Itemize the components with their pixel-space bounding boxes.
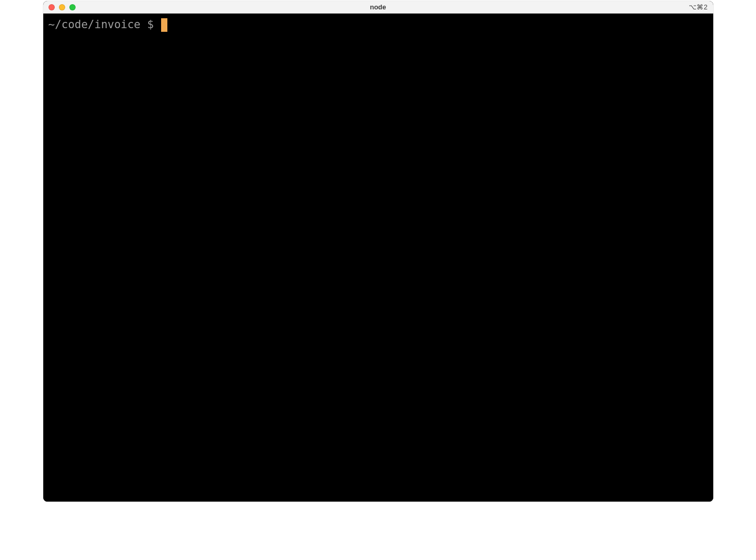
minimize-button[interactable] bbox=[59, 4, 65, 10]
window-title: node bbox=[43, 3, 713, 11]
maximize-button[interactable] bbox=[69, 4, 76, 10]
cursor-block-icon bbox=[161, 18, 167, 32]
window-titlebar[interactable]: node ⌥⌘2 bbox=[43, 1, 713, 14]
close-button[interactable] bbox=[48, 4, 55, 10]
prompt-text: ~/code/invoice $ bbox=[48, 18, 161, 32]
window-controls bbox=[43, 4, 76, 10]
window-shortcut-label: ⌥⌘2 bbox=[689, 3, 713, 11]
prompt-line: ~/code/invoice $ bbox=[48, 18, 708, 32]
terminal-viewport[interactable]: ~/code/invoice $ bbox=[43, 14, 713, 502]
terminal-window: node ⌥⌘2 ~/code/invoice $ bbox=[43, 1, 713, 502]
